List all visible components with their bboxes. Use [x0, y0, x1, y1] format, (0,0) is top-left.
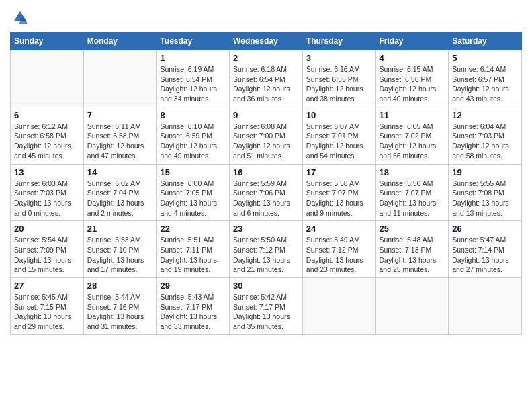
header-tuesday: Tuesday — [157, 32, 230, 50]
day-number: 21 — [87, 224, 153, 234]
day-info: Sunrise: 5:48 AM Sunset: 7:13 PM Dayligh… — [380, 235, 445, 275]
day-cell: 5Sunrise: 6:14 AM Sunset: 6:57 PM Daylig… — [449, 50, 522, 107]
day-number: 15 — [160, 167, 226, 177]
day-cell: 17Sunrise: 5:58 AM Sunset: 7:07 PM Dayli… — [302, 164, 375, 221]
day-info: Sunrise: 5:56 AM Sunset: 7:07 PM Dayligh… — [380, 179, 445, 218]
day-cell: 18Sunrise: 5:56 AM Sunset: 7:07 PM Dayli… — [375, 164, 449, 221]
calendar-header-row: SundayMondayTuesdayWednesdayThursdayFrid… — [11, 32, 522, 50]
day-cell: 23Sunrise: 5:50 AM Sunset: 7:12 PM Dayli… — [230, 221, 303, 278]
day-number: 28 — [87, 281, 153, 291]
day-info: Sunrise: 5:45 AM Sunset: 7:15 PM Dayligh… — [14, 292, 80, 332]
day-number: 7 — [87, 110, 153, 120]
day-info: Sunrise: 5:58 AM Sunset: 7:07 PM Dayligh… — [306, 179, 372, 218]
header-wednesday: Wednesday — [230, 32, 303, 50]
day-number: 1 — [160, 53, 226, 63]
day-info: Sunrise: 6:04 AM Sunset: 7:03 PM Dayligh… — [452, 122, 518, 161]
day-cell: 8Sunrise: 6:10 AM Sunset: 6:59 PM Daylig… — [157, 107, 230, 164]
header-friday: Friday — [375, 32, 449, 50]
day-info: Sunrise: 6:05 AM Sunset: 7:02 PM Dayligh… — [380, 122, 445, 161]
day-info: Sunrise: 5:53 AM Sunset: 7:10 PM Dayligh… — [87, 235, 153, 275]
day-info: Sunrise: 6:07 AM Sunset: 7:01 PM Dayligh… — [306, 122, 372, 161]
week-row-3: 20Sunrise: 5:54 AM Sunset: 7:09 PM Dayli… — [11, 221, 522, 278]
day-info: Sunrise: 6:10 AM Sunset: 6:59 PM Dayligh… — [160, 122, 226, 161]
day-info: Sunrise: 6:00 AM Sunset: 7:05 PM Dayligh… — [160, 179, 226, 218]
day-cell: 13Sunrise: 6:03 AM Sunset: 7:03 PM Dayli… — [11, 164, 84, 221]
day-cell: 29Sunrise: 5:43 AM Sunset: 7:17 PM Dayli… — [157, 278, 230, 335]
day-number: 16 — [233, 167, 299, 177]
day-cell: 4Sunrise: 6:15 AM Sunset: 6:56 PM Daylig… — [375, 50, 449, 107]
logo-icon — [13, 10, 28, 25]
day-cell — [83, 50, 157, 107]
day-number: 11 — [380, 110, 445, 120]
day-info: Sunrise: 5:49 AM Sunset: 7:12 PM Dayligh… — [306, 235, 372, 275]
day-number: 24 — [306, 224, 372, 234]
day-cell: 19Sunrise: 5:55 AM Sunset: 7:08 PM Dayli… — [449, 164, 522, 221]
day-number: 6 — [14, 110, 80, 120]
day-number: 12 — [452, 110, 518, 120]
day-info: Sunrise: 6:15 AM Sunset: 6:56 PM Dayligh… — [380, 64, 445, 104]
day-number: 17 — [306, 167, 372, 177]
day-cell: 24Sunrise: 5:49 AM Sunset: 7:12 PM Dayli… — [302, 221, 375, 278]
day-info: Sunrise: 6:11 AM Sunset: 6:58 PM Dayligh… — [87, 122, 153, 161]
day-cell: 30Sunrise: 5:42 AM Sunset: 7:17 PM Dayli… — [230, 278, 303, 335]
day-info: Sunrise: 6:02 AM Sunset: 7:04 PM Dayligh… — [87, 179, 153, 218]
week-row-2: 13Sunrise: 6:03 AM Sunset: 7:03 PM Dayli… — [11, 164, 522, 221]
day-info: Sunrise: 5:43 AM Sunset: 7:17 PM Dayligh… — [160, 292, 226, 332]
day-cell: 2Sunrise: 6:18 AM Sunset: 6:54 PM Daylig… — [230, 50, 303, 107]
day-number: 10 — [306, 110, 372, 120]
day-info: Sunrise: 6:03 AM Sunset: 7:03 PM Dayligh… — [14, 179, 80, 218]
day-cell: 25Sunrise: 5:48 AM Sunset: 7:13 PM Dayli… — [375, 221, 449, 278]
day-cell — [302, 278, 375, 335]
day-number: 18 — [380, 167, 445, 177]
day-info: Sunrise: 5:54 AM Sunset: 7:09 PM Dayligh… — [14, 235, 80, 275]
day-cell: 22Sunrise: 5:51 AM Sunset: 7:11 PM Dayli… — [157, 221, 230, 278]
logo — [10, 10, 28, 25]
day-info: Sunrise: 5:55 AM Sunset: 7:08 PM Dayligh… — [452, 179, 518, 218]
day-cell: 9Sunrise: 6:08 AM Sunset: 7:00 PM Daylig… — [230, 107, 303, 164]
day-cell — [449, 278, 522, 335]
day-number: 20 — [14, 224, 80, 234]
day-cell: 14Sunrise: 6:02 AM Sunset: 7:04 PM Dayli… — [83, 164, 157, 221]
day-cell: 20Sunrise: 5:54 AM Sunset: 7:09 PM Dayli… — [11, 221, 84, 278]
day-info: Sunrise: 5:42 AM Sunset: 7:17 PM Dayligh… — [233, 292, 299, 332]
header-saturday: Saturday — [449, 32, 522, 50]
day-cell: 1Sunrise: 6:19 AM Sunset: 6:54 PM Daylig… — [157, 50, 230, 107]
day-number: 29 — [160, 281, 226, 291]
day-number: 30 — [233, 281, 299, 291]
week-row-0: 1Sunrise: 6:19 AM Sunset: 6:54 PM Daylig… — [11, 50, 522, 107]
day-info: Sunrise: 5:44 AM Sunset: 7:16 PM Dayligh… — [87, 292, 153, 332]
day-cell: 21Sunrise: 5:53 AM Sunset: 7:10 PM Dayli… — [83, 221, 157, 278]
day-cell — [375, 278, 449, 335]
day-info: Sunrise: 6:18 AM Sunset: 6:54 PM Dayligh… — [233, 64, 299, 104]
day-cell: 3Sunrise: 6:16 AM Sunset: 6:55 PM Daylig… — [302, 50, 375, 107]
day-info: Sunrise: 6:12 AM Sunset: 6:58 PM Dayligh… — [14, 122, 80, 161]
day-number: 5 — [452, 53, 518, 63]
day-cell — [11, 50, 84, 107]
day-number: 8 — [160, 110, 226, 120]
week-row-4: 27Sunrise: 5:45 AM Sunset: 7:15 PM Dayli… — [11, 278, 522, 335]
day-number: 3 — [306, 53, 372, 63]
day-number: 2 — [233, 53, 299, 63]
day-cell: 15Sunrise: 6:00 AM Sunset: 7:05 PM Dayli… — [157, 164, 230, 221]
header-monday: Monday — [83, 32, 157, 50]
day-number: 9 — [233, 110, 299, 120]
day-info: Sunrise: 6:16 AM Sunset: 6:55 PM Dayligh… — [306, 64, 372, 104]
day-cell: 10Sunrise: 6:07 AM Sunset: 7:01 PM Dayli… — [302, 107, 375, 164]
day-info: Sunrise: 5:51 AM Sunset: 7:11 PM Dayligh… — [160, 235, 226, 275]
day-cell: 26Sunrise: 5:47 AM Sunset: 7:14 PM Dayli… — [449, 221, 522, 278]
calendar: SundayMondayTuesdayWednesdayThursdayFrid… — [10, 32, 522, 335]
day-cell: 16Sunrise: 5:59 AM Sunset: 7:06 PM Dayli… — [230, 164, 303, 221]
header — [10, 10, 522, 25]
day-number: 26 — [452, 224, 518, 234]
day-info: Sunrise: 6:19 AM Sunset: 6:54 PM Dayligh… — [160, 64, 226, 104]
day-number: 4 — [380, 53, 445, 63]
day-info: Sunrise: 6:08 AM Sunset: 7:00 PM Dayligh… — [233, 122, 299, 161]
day-number: 14 — [87, 167, 153, 177]
day-number: 13 — [14, 167, 80, 177]
day-cell: 12Sunrise: 6:04 AM Sunset: 7:03 PM Dayli… — [449, 107, 522, 164]
day-number: 23 — [233, 224, 299, 234]
day-cell: 11Sunrise: 6:05 AM Sunset: 7:02 PM Dayli… — [375, 107, 449, 164]
header-sunday: Sunday — [11, 32, 84, 50]
day-info: Sunrise: 5:50 AM Sunset: 7:12 PM Dayligh… — [233, 235, 299, 275]
header-thursday: Thursday — [302, 32, 375, 50]
